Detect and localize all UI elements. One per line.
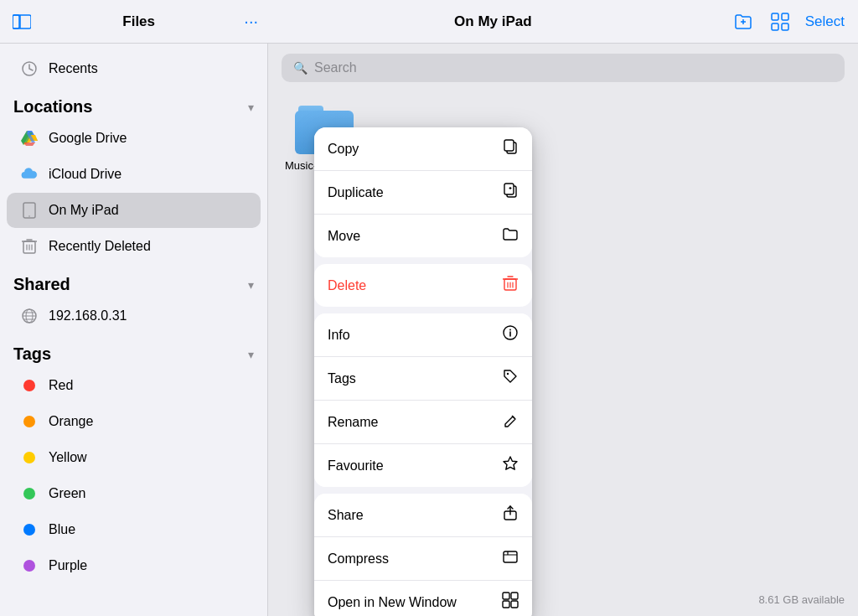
select-button[interactable]: Select <box>805 13 845 30</box>
menu-item-favourite[interactable]: Favourite <box>314 444 532 487</box>
open-new-window-icon <box>502 592 519 613</box>
context-menu-group-2: Delete <box>314 264 532 307</box>
svg-marker-45 <box>504 457 517 469</box>
locations-title: Locations <box>13 97 92 116</box>
sidebar-google-drive-label: Google Drive <box>49 131 127 146</box>
menu-item-rename[interactable]: Rename <box>314 401 532 444</box>
svg-rect-6 <box>782 13 788 20</box>
sidebar-item-tag-purple[interactable]: Purple <box>7 548 261 583</box>
content-area: 🔍 Search Music-download Copy <box>268 44 858 616</box>
tag-label: Yellow <box>49 450 87 465</box>
favourite-icon <box>502 455 519 476</box>
locations-chevron-icon[interactable]: ▾ <box>248 101 254 114</box>
menu-item-compress[interactable]: Compress <box>314 537 532 581</box>
svg-rect-52 <box>511 593 518 599</box>
compress-icon <box>502 548 519 569</box>
sidebar-item-tag-green[interactable]: Green <box>7 476 261 511</box>
header-right: Select <box>718 10 858 34</box>
tags-icon <box>502 368 519 389</box>
header-left: Files ··· <box>0 10 268 34</box>
sidebar-item-recently-deleted[interactable]: Recently Deleted <box>7 229 261 264</box>
move-icon <box>502 225 519 246</box>
menu-item-tags[interactable]: Tags <box>314 357 532 401</box>
sidebar-on-my-ipad-label: On My iPad <box>49 203 119 218</box>
menu-item-move[interactable]: Move <box>314 215 532 257</box>
tag-label: Red <box>49 378 73 393</box>
svg-rect-51 <box>503 593 509 599</box>
ipad-icon <box>20 201 39 220</box>
info-icon <box>502 324 519 345</box>
google-drive-icon <box>20 129 39 148</box>
sidebar-item-tag-orange[interactable]: Orange <box>7 404 261 439</box>
svg-rect-53 <box>503 601 509 608</box>
shared-chevron-icon[interactable]: ▾ <box>248 278 254 292</box>
more-options-icon[interactable]: ··· <box>244 12 258 31</box>
duplicate-icon <box>502 182 519 203</box>
menu-item-copy[interactable]: Copy <box>314 127 532 171</box>
share-icon <box>502 505 519 525</box>
svg-rect-5 <box>772 13 778 20</box>
menu-open-new-window-label: Open in New Window <box>328 595 457 610</box>
context-menu-group-4: Share Compress <box>314 494 532 616</box>
svg-rect-0 <box>13 15 19 28</box>
sidebar: Recents Locations ▾ Google Drive <box>0 44 268 616</box>
sidebar-item-tag-red[interactable]: Red <box>7 368 261 403</box>
menu-move-label: Move <box>328 229 360 244</box>
svg-rect-30 <box>504 140 514 151</box>
sidebar-icloud-label: iCloud Drive <box>49 167 121 182</box>
sidebar-network-label: 192.168.0.31 <box>49 308 127 324</box>
tag-label: Blue <box>49 522 75 537</box>
context-menu-group-1: Copy Duplicate <box>314 127 532 257</box>
tag-dot-icon <box>20 556 39 575</box>
sidebar-toggle-icon[interactable] <box>10 10 34 34</box>
svg-point-17 <box>28 215 30 217</box>
tag-dot-icon <box>20 376 39 395</box>
sidebar-item-google-drive[interactable]: Google Drive <box>7 121 261 156</box>
network-icon <box>20 307 39 325</box>
svg-rect-7 <box>772 23 778 30</box>
tags-chevron-icon[interactable]: ▾ <box>248 348 254 361</box>
svg-rect-1 <box>13 15 31 28</box>
menu-item-share[interactable]: Share <box>314 494 532 537</box>
context-menu: Copy Duplicate <box>314 127 532 616</box>
menu-delete-label: Delete <box>328 278 366 293</box>
svg-point-44 <box>507 373 509 375</box>
sidebar-item-icloud[interactable]: iCloud Drive <box>7 157 261 192</box>
main-title: On My iPad <box>268 13 718 30</box>
tag-dot-icon <box>20 520 39 539</box>
sidebar-recents-label: Recents <box>49 61 98 76</box>
menu-compress-label: Compress <box>328 551 389 567</box>
sidebar-item-network[interactable]: 192.168.0.31 <box>7 298 261 334</box>
sidebar-item-tag-yellow[interactable]: Yellow <box>7 440 261 475</box>
trash-icon <box>20 237 39 256</box>
clock-icon <box>20 60 39 78</box>
svg-point-43 <box>509 329 511 331</box>
sidebar-item-recents[interactable]: Recents <box>7 51 261 86</box>
tag-dot-icon <box>20 448 39 467</box>
menu-item-info[interactable]: Info <box>314 313 532 357</box>
tags-list: Red Orange Yellow Green <box>0 368 267 583</box>
locations-section-header: Locations ▾ <box>0 87 267 120</box>
sidebar-item-on-my-ipad[interactable]: On My iPad <box>7 193 261 228</box>
copy-icon <box>502 138 519 159</box>
icloud-icon <box>20 165 39 184</box>
tag-label: Orange <box>49 414 93 429</box>
svg-marker-15 <box>23 142 35 146</box>
menu-item-open-new-window[interactable]: Open in New Window <box>314 581 532 616</box>
sidebar-item-tag-blue[interactable]: Blue <box>7 512 261 547</box>
new-folder-icon[interactable] <box>731 10 755 34</box>
sidebar-recently-deleted-label: Recently Deleted <box>49 239 151 254</box>
tags-section-header: Tags ▾ <box>0 334 267 367</box>
rename-icon <box>502 412 519 432</box>
menu-item-delete[interactable]: Delete <box>314 264 532 307</box>
main-layout: Recents Locations ▾ Google Drive <box>0 44 858 616</box>
menu-item-duplicate[interactable]: Duplicate <box>314 171 532 215</box>
menu-share-label: Share <box>328 508 364 523</box>
menu-favourite-label: Favourite <box>328 458 384 474</box>
delete-trash-icon <box>502 275 519 296</box>
tag-label: Green <box>49 486 85 501</box>
tag-label: Purple <box>49 558 87 573</box>
grid-view-icon[interactable] <box>768 10 792 34</box>
tags-title: Tags <box>13 344 51 364</box>
svg-rect-54 <box>511 601 518 608</box>
